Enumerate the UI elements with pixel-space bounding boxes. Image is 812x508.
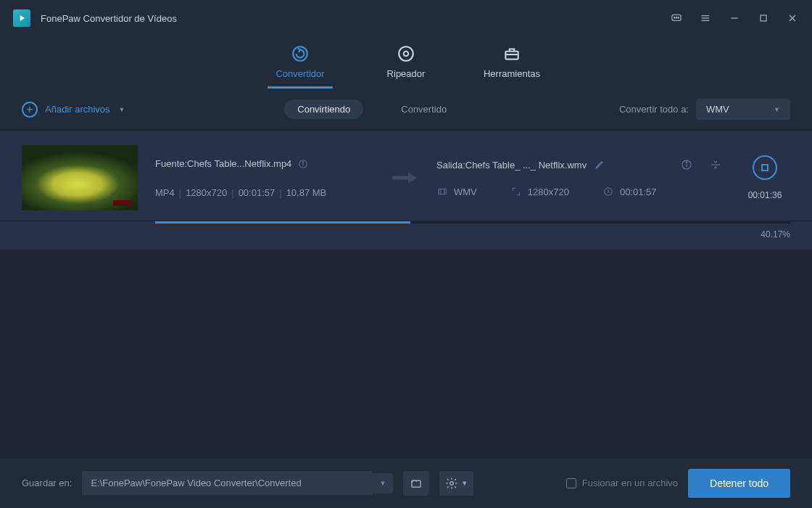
disc-icon <box>396 44 416 64</box>
action-bar: + Añadir archivos ▼ Convirtiendo Convert… <box>0 89 812 131</box>
path-dropdown-button[interactable]: ▼ <box>372 473 393 493</box>
svg-rect-8 <box>761 15 766 21</box>
open-folder-button[interactable] <box>403 471 429 496</box>
eta-time: 00:01:36 <box>748 190 782 200</box>
tab-ripper[interactable]: Ripeador <box>373 44 439 89</box>
source-meta: MP4|1280x720|00:01:57|10,87 MB <box>155 187 373 198</box>
minimize-button[interactable] <box>728 12 741 25</box>
output-actions <box>680 158 722 171</box>
output-path-field[interactable]: E:\FonePaw\FonePaw Video Converter\Conve… <box>82 471 372 495</box>
tab-converted[interactable]: Convertido <box>388 99 460 119</box>
format-value: WMV <box>706 104 729 115</box>
svg-point-1 <box>674 17 675 18</box>
output-meta: WMV 1280x720 00:01:57 <box>436 186 722 197</box>
bottom-bar: Guardar en: E:\FonePaw\FonePaw Video Con… <box>0 457 812 508</box>
save-in-label: Guardar en: <box>22 478 72 488</box>
compress-icon[interactable] <box>709 158 722 171</box>
progress-bar <box>155 221 790 224</box>
arrow-icon <box>390 171 419 185</box>
add-files-label: Añadir archivos <box>45 104 110 115</box>
app-title: FonePaw Convertidor de Vídeos <box>41 13 670 24</box>
tab-converting[interactable]: Convirtiendo <box>284 99 363 119</box>
resolution-icon <box>510 186 522 197</box>
output-format: WMV <box>454 187 477 197</box>
svg-point-18 <box>303 161 304 162</box>
title-bar: FonePaw Convertidor de Vídeos <box>0 0 812 36</box>
app-window: FonePaw Convertidor de Vídeos C <box>0 0 812 508</box>
chevron-down-icon: ▼ <box>774 106 780 113</box>
svg-rect-23 <box>439 189 447 194</box>
feedback-icon[interactable] <box>670 12 683 25</box>
tab-converter[interactable]: Convertidor <box>268 44 333 89</box>
merge-checkbox[interactable]: Fusionar en un archivo <box>566 478 678 488</box>
output-filename-line: Salida:Chefs Table_ ..._ Netflix.wmv <box>436 158 722 171</box>
svg-point-13 <box>404 52 409 57</box>
source-column: Fuente:Chefs Table...Netflix.mp4 MP4|128… <box>155 158 373 198</box>
window-controls <box>670 12 799 25</box>
file-list: Fuente:Chefs Table...Netflix.mp4 MP4|128… <box>0 131 812 457</box>
output-duration: 00:01:57 <box>620 187 657 197</box>
main-tabs: Convertidor Ripeador Herramientas <box>0 36 812 89</box>
stop-all-button[interactable]: Detener todo <box>688 469 790 498</box>
source-size: 10,87 MB <box>286 187 327 198</box>
source-filename: Fuente:Chefs Table...Netflix.mp4 <box>155 158 291 169</box>
convert-all-label: Convertir todo a: <box>619 104 689 115</box>
svg-point-21 <box>686 162 687 163</box>
tab-tools[interactable]: Herramientas <box>479 44 544 89</box>
convert-all-group: Convertir todo a: WMV ▼ <box>619 99 790 120</box>
svg-rect-14 <box>505 52 518 60</box>
tab-ripper-label: Ripeador <box>387 68 426 79</box>
chevron-down-icon: ▼ <box>119 106 125 113</box>
svg-point-3 <box>678 17 679 18</box>
close-button[interactable] <box>786 12 799 25</box>
edit-icon[interactable] <box>594 159 605 171</box>
video-thumbnail[interactable] <box>22 145 138 210</box>
tab-converter-label: Convertidor <box>276 68 324 79</box>
video-icon <box>436 186 448 197</box>
add-files-button[interactable]: + Añadir archivos ▼ <box>22 102 125 118</box>
checkbox-icon <box>566 478 576 488</box>
row-action-column: 00:01:36 <box>740 155 790 200</box>
svg-point-11 <box>293 46 307 61</box>
progress-row: 40.17% <box>0 221 812 250</box>
svg-point-28 <box>450 481 454 485</box>
toolbox-icon <box>502 44 522 64</box>
maximize-button[interactable] <box>757 12 770 25</box>
file-row: Fuente:Chefs Table...Netflix.mp4 MP4|128… <box>0 131 812 221</box>
info-icon[interactable] <box>297 158 309 170</box>
status-tabs: Convirtiendo Convertido <box>284 99 460 119</box>
plus-icon: + <box>22 102 38 118</box>
convert-icon <box>290 44 310 64</box>
clock-icon <box>602 186 614 197</box>
output-filename: Salida:Chefs Table_ ..._ Netflix.wmv <box>436 160 587 171</box>
source-resolution: 1280x720 <box>186 187 227 198</box>
svg-point-12 <box>399 46 413 61</box>
svg-point-2 <box>676 17 676 18</box>
format-dropdown[interactable]: WMV ▼ <box>696 99 790 120</box>
source-filename-line: Fuente:Chefs Table...Netflix.mp4 <box>155 158 373 170</box>
tab-tools-label: Herramientas <box>484 68 540 79</box>
app-logo <box>13 9 30 27</box>
output-resolution: 1280x720 <box>528 187 569 197</box>
merge-label: Fusionar en un archivo <box>582 478 678 488</box>
output-column: Salida:Chefs Table_ ..._ Netflix.wmv WMV… <box>436 158 722 197</box>
media-info-icon[interactable] <box>680 158 693 171</box>
progress-percent: 40.17% <box>155 229 790 239</box>
menu-icon[interactable] <box>699 12 712 25</box>
settings-button[interactable]: ▼ <box>439 471 473 496</box>
source-duration: 00:01:57 <box>239 187 276 198</box>
source-format: MP4 <box>155 187 175 198</box>
stop-button[interactable] <box>753 155 777 180</box>
